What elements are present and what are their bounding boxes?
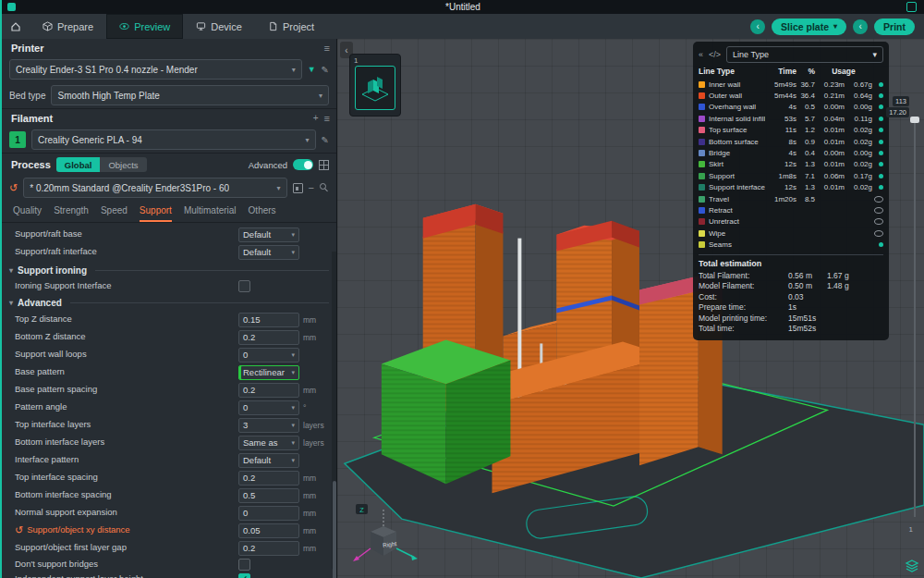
process-tab-multimaterial[interactable]: Multimaterial [184, 205, 237, 222]
eye-icon[interactable] [872, 218, 883, 225]
tab-project[interactable]: Project [255, 14, 327, 39]
checkbox[interactable] [238, 280, 250, 292]
orientation-gizmo[interactable]: Z Right [348, 502, 432, 572]
window-control-icon[interactable] [906, 2, 917, 12]
param-input[interactable]: 0.15 [238, 313, 299, 327]
advanced-label: Advanced [249, 160, 287, 170]
filament-section-header[interactable]: Filament + ≡ [2, 108, 336, 127]
gcode-icon[interactable]: </> [709, 50, 721, 59]
param-group-header[interactable]: ▾Advanced [2, 293, 336, 311]
eye-icon[interactable] [872, 140, 883, 144]
eye-icon[interactable] [872, 196, 883, 203]
param-select[interactable]: Same as▾ [238, 436, 299, 450]
delete-preset-icon[interactable]: − [309, 182, 314, 193]
param-row: Normal support expansion0mm [2, 504, 336, 522]
param-input[interactable]: 0▾ [238, 348, 299, 363]
eye-icon[interactable] [872, 117, 883, 121]
param-select[interactable]: Rectilinear▾ [238, 365, 299, 380]
param-input[interactable]: 0▾ [238, 400, 299, 415]
layer-slider[interactable] [914, 120, 916, 517]
param-input[interactable]: 0 [238, 506, 299, 521]
checkbox[interactable] [238, 559, 250, 571]
bed-type-select[interactable]: Smooth High Temp Plate ▾ [51, 85, 329, 105]
eye-icon[interactable] [872, 105, 883, 109]
save-preset-icon[interactable] [293, 183, 303, 193]
legend-pct: 0.4 [796, 149, 815, 157]
param-input[interactable]: 0.2 [238, 471, 299, 486]
param-input[interactable]: 0.2 [238, 330, 299, 345]
param-input[interactable]: 0.2 [238, 383, 299, 398]
plate-thumbnail[interactable] [355, 66, 395, 110]
eye-icon[interactable] [872, 162, 883, 166]
eye-icon[interactable] [872, 82, 883, 87]
viewport-3d[interactable]: ‹ 1 « </> L [337, 39, 924, 578]
view-mode-select[interactable]: Line Type ▾ [726, 46, 883, 63]
eye-icon[interactable] [872, 185, 883, 190]
filament-preset-select[interactable]: Creality Generic PLA - 94 ▾ [31, 129, 316, 150]
slice-collapse-button[interactable]: ‹ [750, 19, 765, 34]
eye-icon[interactable] [872, 230, 883, 237]
param-select[interactable]: Default▾ [238, 453, 299, 468]
scope-global-button[interactable]: Global [56, 157, 101, 172]
param-label: Support/object first layer gap [15, 543, 238, 553]
eye-icon[interactable] [872, 242, 883, 247]
param-input[interactable]: 0.05 [238, 523, 299, 538]
param-input[interactable]: 0.2 [238, 541, 299, 556]
support-structure[interactable] [382, 339, 511, 484]
param-label: Support wall loops [15, 350, 238, 360]
param-select[interactable]: Default▾ [238, 245, 299, 260]
param-value: 0.5 [243, 490, 255, 500]
process-tab-quality[interactable]: Quality [13, 205, 42, 222]
param-group-header[interactable]: ▾Support ironing [2, 261, 336, 278]
revert-icon[interactable]: ↺ [15, 525, 23, 535]
filament-settings-icon[interactable]: ≡ [324, 114, 329, 124]
slice-plate-button[interactable]: Slice plate ▾ [772, 18, 846, 35]
filament-slot-badge[interactable]: 1 [9, 131, 26, 148]
edit-printer-icon[interactable]: ✎ [322, 65, 329, 75]
param-value: 0.15 [243, 314, 261, 325]
process-tab-strength[interactable]: Strength [54, 205, 89, 222]
process-tab-speed[interactable]: Speed [101, 205, 128, 222]
tab-device[interactable]: Device [183, 14, 255, 39]
process-tab-support[interactable]: Support [140, 205, 172, 222]
eye-icon[interactable] [872, 207, 883, 214]
advanced-toggle[interactable] [293, 159, 313, 170]
checkbox[interactable]: ✓ [238, 573, 250, 578]
sidebar-scrollbar[interactable] [332, 252, 336, 569]
param-value: Same as [243, 437, 278, 448]
legend-pct: 5.7 [796, 115, 815, 123]
expand-params-icon[interactable] [319, 160, 329, 170]
tab-prepare[interactable]: Prepare [30, 14, 106, 39]
color-swatch [699, 139, 705, 145]
search-icon[interactable] [320, 183, 329, 192]
revert-preset-icon[interactable]: ↺ [9, 183, 18, 193]
layer-slider-handle[interactable] [910, 117, 919, 123]
process-tab-others[interactable]: Others [249, 205, 276, 222]
eye-icon[interactable] [872, 128, 883, 132]
param-input[interactable]: 0.5 [238, 488, 299, 503]
param-select[interactable]: Default▾ [238, 228, 299, 242]
eye-icon[interactable] [872, 151, 883, 155]
tab-preview[interactable]: Preview [106, 14, 183, 39]
printer-settings-icon[interactable]: ≡ [324, 43, 329, 54]
print-button[interactable]: Print [874, 18, 915, 35]
chevron-down-icon: ▾ [872, 50, 877, 59]
param-input[interactable]: 3▾ [238, 418, 299, 433]
process-preset-select[interactable]: * 0.20mm Standard @Creality Ender3S1Pro … [23, 178, 286, 198]
edit-filament-icon[interactable]: ✎ [322, 135, 329, 145]
sidebar-scrollbar-thumb[interactable] [333, 481, 336, 578]
add-filament-icon[interactable]: + [313, 114, 319, 123]
print-collapse-button[interactable]: ‹ [853, 19, 868, 34]
param-label: Top interface spacing [15, 473, 238, 483]
nozzle-icon: ▼ [308, 65, 316, 74]
legend-pct: 8.5 [796, 195, 815, 203]
eye-icon[interactable] [872, 93, 883, 98]
eye-icon[interactable] [872, 174, 883, 178]
scope-objects-button[interactable]: Objects [100, 157, 146, 172]
collapse-panel-icon[interactable]: « [699, 50, 703, 59]
home-button[interactable] [2, 14, 30, 39]
layers-view-button[interactable] [904, 558, 920, 574]
printer-preset-select[interactable]: Creality Ender-3 S1 Pro 0.4 nozzle - Men… [9, 59, 302, 80]
process-section-header[interactable]: Process Global Objects Advanced [2, 153, 336, 175]
printer-section-header[interactable]: Printer ≡ [2, 39, 336, 56]
